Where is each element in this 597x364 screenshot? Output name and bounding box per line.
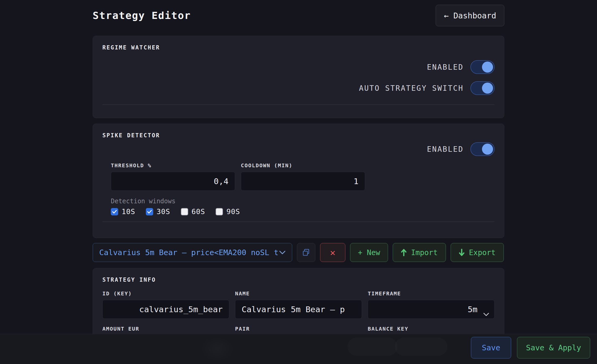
strategy-selector-bar: Calvarius 5m Bear — price<EMA200 noSL tp… [93,243,504,262]
toggle-knob [482,83,493,94]
duplicate-strategy-button[interactable] [297,243,315,262]
window-checkbox-label: 60S [192,208,205,216]
strategy-info-title: STRATEGY INFO [102,277,495,283]
regime-watcher-title: REGIME WATCHER [102,44,495,51]
save-apply-button[interactable]: Save & Apply [517,337,590,358]
dashboard-button[interactable]: ← Dashboard [436,5,504,26]
timeframe-select[interactable] [368,300,495,319]
balance-key-label: BALANCE KEY [368,326,495,332]
spike-detector-card: SPIKE DETECTOR ENABLED THRESHOLD % COOLD… [93,124,504,238]
spike-divider [102,221,495,222]
back-arrow-icon: ← [444,11,449,20]
spike-enabled-row: ENABLED [102,142,495,156]
name-input[interactable] [235,300,362,319]
window-checkbox-90s[interactable]: 90S [216,208,240,216]
cooldown-label: COOLDOWN (MIN) [241,162,365,169]
threshold-label: THRESHOLD % [111,162,235,169]
id-key-label: ID (KEY) [102,290,229,297]
window-checkbox-label: 90S [226,208,240,216]
import-arrow-up-icon [401,249,407,256]
amount-eur-label: AMOUNT EUR [102,326,229,332]
footer-actions: Save Save & Apply [471,337,590,358]
chevron-down-icon [279,250,286,255]
name-label: NAME [235,290,362,297]
checkbox-icon [146,208,153,215]
timeframe-label: TIMEFRAME [368,290,495,297]
copy-icon [302,248,311,257]
import-strategy-button[interactable]: Import [393,243,446,262]
regime-enabled-label: ENABLED [427,63,464,72]
page-title: Strategy Editor [93,10,191,21]
checkbox-icon [181,208,188,215]
auto-strategy-switch-label: AUTO STRATEGY SWITCH [359,84,464,93]
dashboard-button-label: Dashboard [453,11,496,20]
id-key-field: ID (KEY) [102,290,229,319]
new-button-label: + New [358,248,380,257]
regime-enabled-row: ENABLED [102,60,495,74]
spike-enabled-toggle[interactable] [470,142,495,156]
detection-windows-label: Detection windows [111,198,495,205]
header: Strategy Editor ← Dashboard [93,5,504,26]
export-strategy-button[interactable]: Export [451,243,504,262]
auto-strategy-switch-toggle[interactable] [470,81,495,95]
export-arrow-down-icon [459,249,465,256]
cooldown-field: COOLDOWN (MIN) [241,162,365,191]
checkbox-icon [111,208,118,215]
ghost-highlight [347,337,397,356]
cooldown-input[interactable] [241,172,365,191]
regime-watcher-card: REGIME WATCHER ENABLED AUTO STRATEGY SWI… [93,36,504,118]
ghost-highlight [395,337,447,356]
strategy-select[interactable]: Calvarius 5m Bear — price<EMA200 noSL tp [93,243,292,262]
spike-detector-title: SPIKE DETECTOR [102,132,495,139]
pair-label: PAIR [235,326,362,332]
delete-x-icon: ✕ [330,247,335,258]
toggle-knob [482,62,493,73]
footer-bar: Save Save & Apply [0,334,597,364]
window-checkbox-10s[interactable]: 10S [111,208,135,216]
ghost-highlight [200,336,234,361]
window-checkbox-label: 10S [122,208,135,216]
export-button-label: Export [469,248,495,257]
regime-divider [102,104,495,105]
strategy-editor-screen: Strategy Editor ← Dashboard REGIME WATCH… [0,0,597,364]
auto-strategy-switch-row: AUTO STRATEGY SWITCH [102,81,495,95]
checkbox-icon [216,208,223,215]
chevron-down-icon [483,312,489,317]
save-button[interactable]: Save [471,337,511,358]
id-key-input[interactable] [102,300,229,319]
window-checkbox-30s[interactable]: 30S [146,208,170,216]
detection-windows-row: 10S 30S 60S 90S [111,208,495,216]
threshold-input[interactable] [111,172,235,191]
timeframe-field: TIMEFRAME [368,290,495,319]
toggle-knob [482,144,493,155]
spike-enabled-label: ENABLED [427,145,464,154]
window-checkbox-label: 30S [157,208,170,216]
import-button-label: Import [411,248,437,257]
threshold-field: THRESHOLD % [111,162,235,191]
window-checkbox-60s[interactable]: 60S [181,208,205,216]
delete-strategy-button[interactable]: ✕ [320,243,345,262]
spike-fields-row: THRESHOLD % COOLDOWN (MIN) [111,162,495,191]
new-strategy-button[interactable]: + New [350,243,388,262]
content-column: Strategy Editor ← Dashboard REGIME WATCH… [93,0,504,364]
regime-enabled-toggle[interactable] [470,60,495,74]
strategy-select-value: Calvarius 5m Bear — price<EMA200 noSL tp [99,248,279,257]
name-field: NAME [235,290,362,319]
